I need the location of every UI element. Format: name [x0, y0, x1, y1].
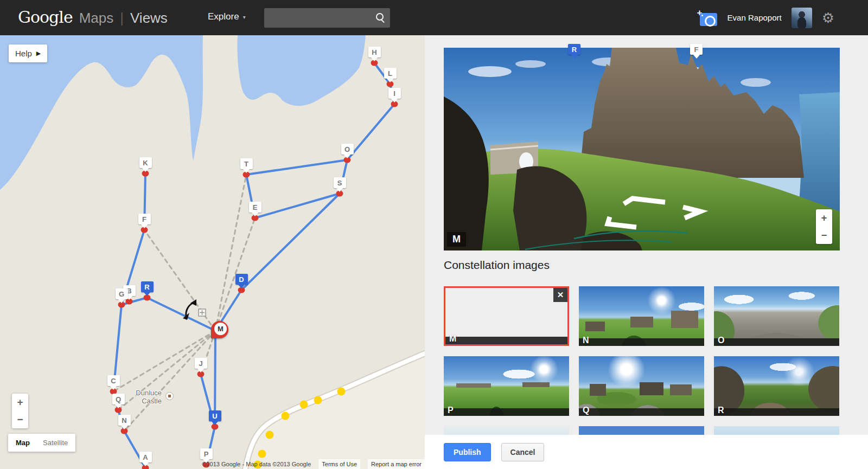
map-marker-a[interactable]: A [139, 452, 152, 462]
map-marker-l[interactable]: L [384, 68, 397, 79]
explore-menu[interactable]: Explore ▾ [208, 11, 246, 22]
thumbnail-label: P [448, 406, 454, 415]
map-marker-d[interactable]: D [235, 274, 248, 285]
top-right-cluster: + Evan Rapoport ⚙ [697, 0, 834, 35]
place-label: Dunluce Castle [129, 389, 162, 405]
thumbnail-image [579, 356, 704, 416]
rotate-handle-icon [183, 299, 196, 320]
thumbnail-strip [445, 337, 567, 344]
current-marker-label: M [214, 323, 227, 335]
add-photosphere-button[interactable]: + [697, 10, 718, 26]
panorama-viewer[interactable]: RF M + − [444, 48, 840, 250]
map-zoom-control: + − [12, 394, 28, 428]
map-marker-t[interactable]: T [240, 158, 253, 169]
terms-link[interactable]: Terms of Use [318, 459, 360, 469]
chevron-down-icon: ▾ [243, 14, 246, 20]
map-type-map[interactable]: Map [8, 434, 36, 452]
map-marker-s[interactable]: S [334, 177, 346, 188]
pano-marker-f[interactable]: F [690, 44, 703, 55]
section-heading: Constellation images [444, 259, 550, 272]
thumbnail-strip [714, 408, 839, 416]
thumbnail-label: O [718, 336, 724, 345]
maps-logo-text: Maps [79, 10, 114, 27]
logo-divider: | [120, 10, 124, 27]
camera-icon [700, 13, 717, 26]
help-button[interactable]: Help ▶ [9, 44, 47, 62]
panorama-scene [444, 48, 840, 250]
pano-zoom-out-button[interactable]: − [816, 227, 832, 244]
map-marker-f[interactable]: F [138, 214, 151, 224]
map-marker-q[interactable]: Q [112, 394, 125, 404]
map-marker-r[interactable]: R [141, 281, 154, 292]
constellation-thumbnail-r[interactable]: R [714, 356, 839, 416]
map-type-satellite[interactable]: Satellite [36, 434, 75, 452]
constellation-editor: RF M + − Constellation images M✕NOPQR Pu… [425, 35, 868, 469]
map-marker-h[interactable]: H [368, 47, 381, 57]
pano-marker-r[interactable]: R [568, 44, 580, 55]
thumbnail-label: M [449, 334, 456, 344]
thumbnail-strip [579, 408, 704, 416]
help-label: Help [15, 49, 32, 58]
map-marker-o[interactable]: O [341, 144, 354, 155]
copyright-text: ©2013 Google - Map data ©2013 Google [202, 461, 311, 467]
constellation-thumbnail-n[interactable]: N [579, 286, 704, 346]
map-marker-j[interactable]: J [195, 358, 207, 369]
views-logo-text: Views [130, 10, 168, 27]
search-icon[interactable] [373, 11, 387, 25]
map-type-toggle: Map Satellite [8, 434, 75, 452]
thumbnail-label: Q [583, 406, 589, 415]
map-marker-u[interactable]: U [209, 410, 221, 421]
map-marker-p[interactable]: P [200, 448, 213, 459]
constellation-thumbnail-p[interactable]: P [444, 356, 569, 416]
map-marker-k[interactable]: K [139, 157, 152, 168]
map-marker-n[interactable]: N [118, 415, 131, 426]
thumbnail-label: N [583, 336, 589, 345]
report-error-link[interactable]: Report a map error [368, 459, 425, 469]
thumbnail-image [444, 356, 569, 416]
map-marker-c[interactable]: C [107, 375, 120, 386]
publish-button[interactable]: Publish [444, 443, 491, 461]
constellation-thumbnail-m[interactable]: M✕ [444, 286, 569, 346]
gear-icon[interactable]: ⚙ [822, 11, 834, 25]
thumbnail-image [714, 356, 839, 416]
thumbnail-strip [579, 338, 704, 346]
avatar[interactable] [792, 8, 812, 28]
thumbnail-image [714, 286, 839, 346]
top-bar: Google Maps | Views Explore ▾ + Evan Rap… [0, 0, 868, 35]
pano-zoom-in-button[interactable]: + [816, 209, 832, 227]
google-logo: Google [18, 8, 73, 27]
bay-shape [237, 35, 366, 106]
map-marker-g[interactable]: G [116, 288, 128, 299]
thumbnail-image [445, 288, 567, 344]
map-zoom-in-button[interactable]: + [12, 394, 28, 411]
pano-zoom-control: + − [816, 209, 832, 244]
user-name: Evan Rapoport [727, 13, 782, 22]
explore-label: Explore [208, 11, 239, 22]
map-canvas[interactable]: HLIOSKTEFDBGRCQNJUPA M Help ▶ + − Map Sa… [0, 35, 425, 469]
thumbnail-strip [444, 408, 569, 416]
search-input[interactable] [264, 14, 373, 22]
action-bar: Publish Cancel [425, 435, 868, 469]
close-icon[interactable]: ✕ [553, 288, 567, 302]
current-marker-m[interactable]: M [211, 321, 228, 338]
map-attribution: ©2013 Google - Map data ©2013 Google Ter… [202, 459, 425, 469]
constellation-thumbnail-q[interactable]: Q [579, 356, 704, 416]
thumbnail-image [579, 286, 704, 346]
map-marker-e[interactable]: E [249, 202, 261, 213]
thumbnail-label: R [718, 406, 724, 415]
pano-current-label: M [447, 232, 466, 247]
move-grid-icon [199, 309, 206, 316]
constellation-thumbnail-o[interactable]: O [714, 286, 839, 346]
cancel-button[interactable]: Cancel [501, 443, 545, 461]
app-logo[interactable]: Google Maps | Views [18, 8, 168, 27]
search-box [264, 8, 390, 28]
castle-poi-icon[interactable] [165, 392, 174, 400]
thumbnail-strip [714, 338, 839, 346]
map-marker-i[interactable]: I [388, 88, 401, 99]
play-arrow-icon: ▶ [36, 50, 41, 57]
map-graphics [0, 35, 425, 469]
map-zoom-out-button[interactable]: − [12, 411, 28, 428]
